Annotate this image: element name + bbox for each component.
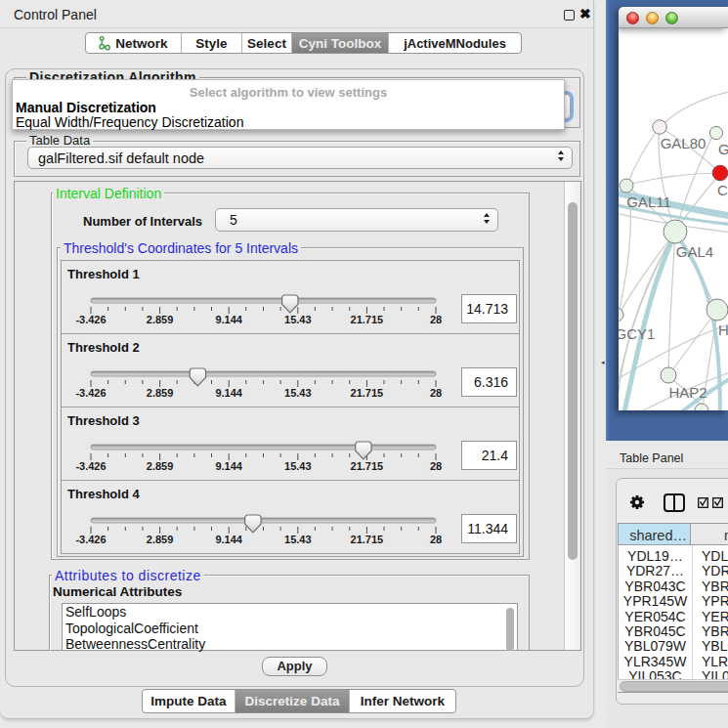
svg-text:28: 28 — [430, 314, 442, 325]
svg-text:HI: HI — [718, 321, 728, 338]
svg-text:2.859: 2.859 — [147, 314, 174, 325]
svg-text:21.715: 21.715 — [351, 534, 384, 545]
svg-text:-3.426: -3.426 — [75, 387, 106, 399]
svg-text:15.43: 15.43 — [284, 387, 312, 399]
svg-text:28: 28 — [430, 387, 442, 399]
svg-text:GAL80: GAL80 — [661, 135, 707, 151]
svg-text:2.859: 2.859 — [147, 460, 174, 472]
svg-text:15.43: 15.43 — [284, 314, 312, 325]
svg-text:2.859: 2.859 — [147, 387, 174, 399]
svg-text:-3.426: -3.426 — [75, 314, 106, 325]
svg-text:9.144: 9.144 — [215, 387, 242, 399]
svg-text:HAP2: HAP2 — [668, 384, 707, 401]
svg-text:21.715: 21.715 — [351, 314, 384, 325]
svg-text:28: 28 — [430, 534, 442, 545]
svg-text:9.144: 9.144 — [215, 460, 242, 472]
svg-text:15.43: 15.43 — [284, 534, 312, 545]
svg-text:-3.426: -3.426 — [75, 460, 106, 472]
svg-text:28: 28 — [430, 460, 442, 472]
svg-text:2.859: 2.859 — [147, 534, 174, 545]
svg-text:21.715: 21.715 — [351, 387, 384, 399]
svg-text:15.43: 15.43 — [284, 460, 312, 472]
svg-text:-3.426: -3.426 — [75, 534, 106, 545]
svg-text:21.715: 21.715 — [351, 460, 384, 472]
svg-text:GAL4: GAL4 — [676, 243, 713, 260]
svg-text:GAL3: GAL3 — [718, 141, 728, 157]
svg-text:9.144: 9.144 — [215, 314, 242, 325]
svg-text:9.144: 9.144 — [215, 534, 242, 545]
svg-text:CD: CD — [717, 182, 728, 198]
svg-text:GAL11: GAL11 — [626, 193, 671, 210]
svg-text:GCY1: GCY1 — [619, 325, 655, 342]
